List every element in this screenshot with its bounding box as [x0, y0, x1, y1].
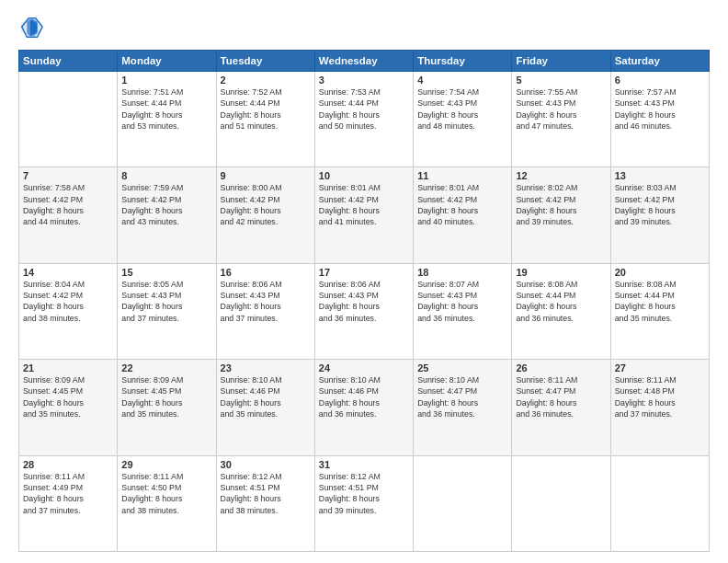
calendar-table: SundayMondayTuesdayWednesdayThursdayFrid…	[18, 50, 710, 552]
day-info: Sunrise: 7:51 AM Sunset: 4:44 PM Dayligh…	[121, 86, 211, 132]
day-info: Sunrise: 8:10 AM Sunset: 4:46 PM Dayligh…	[221, 374, 311, 419]
day-number: 9	[221, 170, 311, 181]
calendar-cell: 12Sunrise: 8:02 AM Sunset: 4:42 PM Dayli…	[512, 167, 610, 263]
calendar-cell: 25Sunrise: 8:10 AM Sunset: 4:47 PM Dayli…	[414, 360, 512, 455]
calendar-cell: 21Sunrise: 8:09 AM Sunset: 4:45 PM Dayli…	[19, 360, 118, 455]
day-number: 27	[615, 362, 705, 373]
day-info: Sunrise: 7:54 AM Sunset: 4:43 PM Dayligh…	[417, 86, 507, 132]
calendar-cell: 2Sunrise: 7:52 AM Sunset: 4:44 PM Daylig…	[216, 72, 314, 167]
calendar-cell: 19Sunrise: 8:08 AM Sunset: 4:44 PM Dayli…	[512, 263, 610, 359]
day-number: 8	[121, 170, 211, 181]
day-number: 29	[121, 459, 211, 470]
calendar-week-3: 21Sunrise: 8:09 AM Sunset: 4:45 PM Dayli…	[19, 360, 710, 455]
calendar-cell: 27Sunrise: 8:11 AM Sunset: 4:48 PM Dayli…	[610, 360, 709, 455]
calendar-cell: 10Sunrise: 8:01 AM Sunset: 4:42 PM Dayli…	[314, 167, 413, 263]
day-info: Sunrise: 8:09 AM Sunset: 4:45 PM Dayligh…	[121, 374, 211, 419]
calendar-cell: 26Sunrise: 8:11 AM Sunset: 4:47 PM Dayli…	[512, 360, 610, 455]
col-header-saturday: Saturday	[610, 51, 709, 72]
calendar-cell: 29Sunrise: 8:11 AM Sunset: 4:50 PM Dayli…	[118, 455, 216, 551]
col-header-tuesday: Tuesday	[216, 51, 314, 72]
day-info: Sunrise: 7:58 AM Sunset: 4:42 PM Dayligh…	[23, 182, 113, 227]
calendar-cell	[414, 455, 512, 551]
calendar-cell: 24Sunrise: 8:10 AM Sunset: 4:46 PM Dayli…	[314, 360, 413, 455]
day-info: Sunrise: 8:11 AM Sunset: 4:50 PM Dayligh…	[121, 471, 211, 516]
day-info: Sunrise: 8:11 AM Sunset: 4:47 PM Dayligh…	[516, 374, 606, 419]
calendar-cell: 7Sunrise: 7:58 AM Sunset: 4:42 PM Daylig…	[19, 167, 118, 263]
day-info: Sunrise: 8:12 AM Sunset: 4:51 PM Dayligh…	[319, 471, 409, 516]
day-number: 19	[516, 267, 606, 278]
day-number: 12	[516, 170, 606, 181]
calendar-week-0: 1Sunrise: 7:51 AM Sunset: 4:44 PM Daylig…	[19, 72, 710, 167]
day-number: 17	[319, 267, 409, 278]
day-number: 15	[121, 267, 211, 278]
day-info: Sunrise: 8:02 AM Sunset: 4:42 PM Dayligh…	[516, 182, 606, 227]
day-info: Sunrise: 8:09 AM Sunset: 4:45 PM Dayligh…	[23, 374, 113, 419]
day-number: 22	[121, 362, 211, 373]
calendar-cell: 17Sunrise: 8:06 AM Sunset: 4:43 PM Dayli…	[314, 263, 413, 359]
day-info: Sunrise: 8:01 AM Sunset: 4:42 PM Dayligh…	[417, 182, 507, 227]
page: SundayMondayTuesdayWednesdayThursdayFrid…	[0, 0, 728, 563]
calendar-cell: 30Sunrise: 8:12 AM Sunset: 4:51 PM Dayli…	[216, 455, 314, 551]
calendar-cell: 5Sunrise: 7:55 AM Sunset: 4:43 PM Daylig…	[512, 72, 610, 167]
col-header-thursday: Thursday	[414, 51, 512, 72]
day-number: 7	[23, 170, 113, 181]
day-number: 1	[121, 75, 211, 86]
day-info: Sunrise: 8:10 AM Sunset: 4:47 PM Dayligh…	[417, 374, 507, 419]
day-number: 21	[23, 362, 113, 373]
day-number: 5	[516, 75, 606, 86]
col-header-wednesday: Wednesday	[314, 51, 413, 72]
logo-icon	[18, 15, 44, 40]
day-info: Sunrise: 8:07 AM Sunset: 4:43 PM Dayligh…	[417, 279, 507, 324]
day-number: 11	[417, 170, 507, 181]
calendar-cell: 14Sunrise: 8:04 AM Sunset: 4:42 PM Dayli…	[19, 263, 118, 359]
day-info: Sunrise: 8:00 AM Sunset: 4:42 PM Dayligh…	[221, 182, 311, 227]
day-number: 13	[615, 170, 705, 181]
col-header-sunday: Sunday	[19, 51, 118, 72]
day-info: Sunrise: 8:01 AM Sunset: 4:42 PM Dayligh…	[319, 182, 409, 227]
day-info: Sunrise: 7:55 AM Sunset: 4:43 PM Dayligh…	[516, 86, 606, 132]
calendar-cell	[19, 72, 118, 167]
calendar-week-4: 28Sunrise: 8:11 AM Sunset: 4:49 PM Dayli…	[19, 455, 710, 551]
calendar-cell: 9Sunrise: 8:00 AM Sunset: 4:42 PM Daylig…	[216, 167, 314, 263]
day-info: Sunrise: 8:06 AM Sunset: 4:43 PM Dayligh…	[221, 279, 311, 324]
calendar-cell: 8Sunrise: 7:59 AM Sunset: 4:42 PM Daylig…	[118, 167, 216, 263]
calendar-cell: 4Sunrise: 7:54 AM Sunset: 4:43 PM Daylig…	[414, 72, 512, 167]
day-number: 23	[221, 362, 311, 373]
calendar-week-2: 14Sunrise: 8:04 AM Sunset: 4:42 PM Dayli…	[19, 263, 710, 359]
calendar-cell: 3Sunrise: 7:53 AM Sunset: 4:44 PM Daylig…	[314, 72, 413, 167]
day-number: 18	[417, 267, 507, 278]
day-number: 31	[319, 459, 409, 470]
day-info: Sunrise: 7:52 AM Sunset: 4:44 PM Dayligh…	[221, 86, 311, 132]
day-number: 24	[319, 362, 409, 373]
calendar-cell: 23Sunrise: 8:10 AM Sunset: 4:46 PM Dayli…	[216, 360, 314, 455]
day-info: Sunrise: 8:04 AM Sunset: 4:42 PM Dayligh…	[23, 279, 113, 324]
calendar-cell: 18Sunrise: 8:07 AM Sunset: 4:43 PM Dayli…	[414, 263, 512, 359]
day-number: 25	[417, 362, 507, 373]
calendar-cell: 28Sunrise: 8:11 AM Sunset: 4:49 PM Dayli…	[19, 455, 118, 551]
col-header-friday: Friday	[512, 51, 610, 72]
calendar-cell: 1Sunrise: 7:51 AM Sunset: 4:44 PM Daylig…	[118, 72, 216, 167]
day-info: Sunrise: 8:10 AM Sunset: 4:46 PM Dayligh…	[319, 374, 409, 419]
day-number: 30	[221, 459, 311, 470]
calendar-cell: 13Sunrise: 8:03 AM Sunset: 4:42 PM Dayli…	[610, 167, 709, 263]
day-info: Sunrise: 8:08 AM Sunset: 4:44 PM Dayligh…	[615, 279, 705, 324]
day-info: Sunrise: 8:05 AM Sunset: 4:43 PM Dayligh…	[121, 279, 211, 324]
day-info: Sunrise: 8:12 AM Sunset: 4:51 PM Dayligh…	[221, 471, 311, 516]
calendar-cell: 16Sunrise: 8:06 AM Sunset: 4:43 PM Dayli…	[216, 263, 314, 359]
logo	[18, 15, 50, 40]
day-info: Sunrise: 8:08 AM Sunset: 4:44 PM Dayligh…	[516, 279, 606, 324]
calendar-cell: 15Sunrise: 8:05 AM Sunset: 4:43 PM Dayli…	[118, 263, 216, 359]
calendar-cell	[610, 455, 709, 551]
day-number: 6	[615, 75, 705, 86]
header	[18, 15, 710, 40]
calendar-cell: 6Sunrise: 7:57 AM Sunset: 4:43 PM Daylig…	[610, 72, 709, 167]
calendar-cell: 11Sunrise: 8:01 AM Sunset: 4:42 PM Dayli…	[414, 167, 512, 263]
calendar-cell: 22Sunrise: 8:09 AM Sunset: 4:45 PM Dayli…	[118, 360, 216, 455]
col-header-monday: Monday	[118, 51, 216, 72]
day-info: Sunrise: 8:06 AM Sunset: 4:43 PM Dayligh…	[319, 279, 409, 324]
day-number: 14	[23, 267, 113, 278]
day-number: 2	[221, 75, 311, 86]
day-number: 28	[23, 459, 113, 470]
day-number: 16	[221, 267, 311, 278]
day-info: Sunrise: 8:11 AM Sunset: 4:49 PM Dayligh…	[23, 471, 113, 516]
